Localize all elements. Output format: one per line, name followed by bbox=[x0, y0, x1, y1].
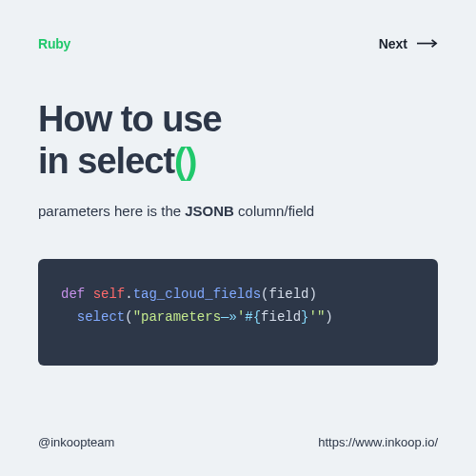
arrow-right-icon bbox=[417, 39, 438, 49]
code-interp-var: field bbox=[261, 309, 301, 325]
next-label: Next bbox=[379, 36, 407, 51]
subtitle: parameters here is the JSONB column/fiel… bbox=[38, 203, 438, 219]
page-title: How to use in select() bbox=[38, 99, 438, 182]
code-self: self bbox=[93, 287, 126, 302]
code-rparen: ) bbox=[308, 287, 316, 302]
code-call-rparen: ) bbox=[325, 309, 332, 325]
code-arrow-op: —» bbox=[221, 309, 237, 325]
category-label: Ruby bbox=[38, 36, 70, 51]
footer: @inkoopteam https://www.inkoop.io/ bbox=[38, 435, 438, 449]
code-interp-open: #{ bbox=[245, 309, 261, 325]
code-str-1: "parameters bbox=[133, 309, 221, 325]
code-keyword-def: def bbox=[61, 287, 85, 302]
code-interp-close: } bbox=[301, 309, 308, 325]
header: Ruby Next bbox=[38, 36, 438, 51]
code-param: field bbox=[268, 287, 308, 302]
code-str-3: '" bbox=[309, 309, 326, 325]
footer-url: https://www.inkoop.io/ bbox=[318, 435, 438, 449]
title-accent: () bbox=[174, 141, 196, 181]
next-button[interactable]: Next bbox=[379, 36, 438, 51]
code-call: select bbox=[77, 309, 125, 325]
title-line-1: How to use bbox=[38, 99, 222, 139]
code-call-lparen: ( bbox=[125, 309, 132, 325]
title-line-2-prefix: in select bbox=[38, 141, 174, 181]
code-method-name: tag_cloud_fields bbox=[133, 287, 261, 302]
subtitle-bold: JSONB bbox=[185, 203, 234, 219]
subtitle-suffix: column/field bbox=[234, 203, 314, 219]
code-block: def self.tag_cloud_fields(field) select(… bbox=[38, 259, 438, 366]
footer-handle: @inkoopteam bbox=[38, 435, 114, 449]
subtitle-prefix: parameters here is the bbox=[38, 203, 185, 219]
code-dot: . bbox=[125, 287, 132, 302]
